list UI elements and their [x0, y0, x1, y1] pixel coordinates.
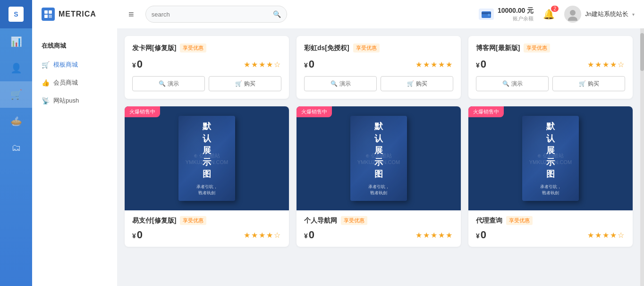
logo-text: METRICA — [59, 10, 96, 18]
stars-3: ★★★★☆ — [587, 60, 625, 69]
product-title-row-1: 发卡网[修复版] 享受优惠 — [132, 43, 281, 52]
price-stars-row-3: ¥0 ★★★★☆ — [476, 58, 625, 70]
logo-area: METRICA — [42, 8, 117, 21]
cart-icon: 🛒 — [42, 61, 50, 69]
sidebar-nav-charts[interactable]: 📊 — [0, 28, 32, 55]
cart-small-icon: 🛒 — [235, 80, 242, 87]
sidebar-item-push[interactable]: 📡 网站push — [32, 92, 117, 110]
balance-amount: 10000.00 元 — [498, 7, 534, 15]
sidebar-nav-pie[interactable]: 🥧 — [0, 108, 32, 134]
buy-button-1[interactable]: 🛒 购买 — [209, 76, 281, 91]
sidebar-item-label-0: 模板商城 — [53, 61, 78, 69]
book-subtitle-6: 承者引吭， 戰者執劍 — [540, 184, 561, 196]
product-info-bottom-6: 代理查询 享受优惠 ¥0 ★★★★☆ — [468, 210, 633, 247]
svg-rect-5 — [482, 12, 491, 14]
content-area: 发卡网[修复版] 享受优惠 ¥0 ★★★★☆ 🔍 演示 — [117, 28, 640, 286]
book-image-6: 默 认 展 示 图 承者引吭， 戰者執劍 — [522, 116, 579, 201]
buy-button-2[interactable]: 🛒 购买 — [381, 76, 453, 91]
product-title-4: 易支付[修复版] — [132, 217, 176, 225]
book-title-6: 默 认 展 示 图 — [546, 121, 555, 180]
menu-toggle-button[interactable]: ≡ — [125, 7, 138, 22]
book-subtitle-4: 承者引吭， 戰者執劍 — [196, 184, 218, 196]
price-stars-row-6: ¥0 ★★★★☆ — [476, 229, 625, 241]
scrollbar-thumb — [640, 33, 644, 71]
discount-tag-6: 享受优惠 — [506, 216, 533, 225]
balance-info: 10000.00 元 账户余额 — [498, 7, 534, 22]
hot-badge-6: 火爆销售中 — [468, 106, 504, 117]
logo-icon: S — [8, 7, 24, 22]
product-image-4: 默 认 展 示 图 承者引吭， 戰者執劍 ⊕ 亿码酷站 YMKUZHAN.COM — [125, 106, 289, 210]
product-card-4: 火爆销售中 默 认 展 示 图 承者引吭， 戰者執劍 ⊕ 亿码酷站 YMKUZH… — [125, 106, 289, 247]
search-input[interactable] — [152, 11, 273, 18]
search-small-icon-2: 🔍 — [330, 80, 338, 87]
product-image-5: 默 认 展 示 图 承者引吭， 戰者執劍 ⊕ 亿码酷站 YMKUZHAN.COM — [297, 106, 461, 210]
price-1: ¥0 — [132, 58, 143, 70]
stars-6: ★★★★☆ — [587, 231, 625, 240]
svg-rect-6 — [488, 14, 490, 16]
hot-badge-4: 火爆销售中 — [125, 106, 160, 117]
product-info-bottom-4: 易支付[修复版] 享受优惠 ¥0 ★★★★☆ — [125, 210, 289, 247]
product-grid-row1: 发卡网[修复版] 享受优惠 ¥0 ★★★★☆ 🔍 演示 — [125, 36, 633, 99]
product-title-row-5: 个人导航网 享受优惠 — [304, 216, 453, 225]
sidebar-item-member-shop[interactable]: 👍 会员商城 — [32, 74, 117, 92]
sidebar-menu: 在线商城 🛒 模板商城 👍 会员商城 📡 网站push — [32, 28, 117, 286]
product-card-5: 火爆销售中 默 认 展 示 图 承者引吭， 戰者執劍 ⊕ 亿码酷站 YMKUZH… — [297, 106, 461, 247]
svg-rect-1 — [49, 10, 52, 14]
product-card-3: 博客网[最新版] 享受优惠 ¥0 ★★★★☆ 🔍 演示 — [468, 36, 633, 99]
balance-label: 账户余额 — [498, 15, 534, 22]
stars-5: ★★★★★ — [415, 231, 453, 240]
discount-tag-1: 享受优惠 — [180, 43, 206, 52]
discount-tag-5: 享受优惠 — [341, 216, 367, 225]
demo-button-3[interactable]: 🔍 演示 — [476, 76, 549, 91]
avatar — [564, 6, 581, 23]
price-3: ¥0 — [476, 58, 486, 70]
stars-2: ★★★★★ — [415, 60, 453, 69]
book-title-4: 默 认 展 示 图 — [203, 121, 211, 180]
top-header: METRICA ≡ 🔍 10000.00 元 账户余额 — [32, 0, 644, 28]
demo-button-2[interactable]: 🔍 演示 — [304, 76, 377, 91]
push-icon: 📡 — [42, 97, 50, 104]
scrollbar[interactable] — [640, 28, 644, 286]
sidebar-logo: S — [0, 0, 32, 28]
book-title-5: 默 认 展 示 图 — [374, 121, 383, 180]
discount-tag-2: 享受优惠 — [353, 43, 380, 52]
notification-area[interactable]: 🔔 2 — [543, 9, 555, 20]
sidebar-item-label-2: 网站push — [53, 96, 79, 105]
product-title-row-3: 博客网[最新版] 享受优惠 — [476, 43, 625, 52]
header-right: 10000.00 元 账户余额 🔔 2 Jn建站系统站长 ▾ — [479, 6, 635, 23]
search-icon: 🔍 — [273, 10, 281, 18]
price-stars-row-1: ¥0 ★★★★☆ — [132, 58, 281, 70]
cart-small-icon-2: 🛒 — [407, 80, 414, 87]
product-card-6: 火爆销售中 默 认 展 示 图 承者引吭， 戰者執劍 ⊕ 亿码酷站 YMKUZH… — [468, 106, 633, 247]
product-info-bottom-5: 个人导航网 享受优惠 ¥0 ★★★★★ — [297, 210, 461, 247]
discount-tag-3: 享受优惠 — [524, 43, 550, 52]
svg-point-8 — [568, 17, 577, 21]
sidebar-item-label-1: 会员商城 — [53, 78, 78, 87]
sidebar-nav-shop[interactable]: 🛒 — [0, 81, 32, 108]
search-box: 🔍 — [145, 6, 287, 23]
book-image-5: 默 认 展 示 图 承者引吭， 戰者執劍 — [350, 116, 407, 201]
demo-button-1[interactable]: 🔍 演示 — [132, 76, 205, 91]
notification-badge: 2 — [551, 6, 559, 12]
sidebar-nav-users[interactable]: 👤 — [0, 55, 32, 81]
sidebar-section-title: 在线商城 — [32, 38, 117, 56]
wallet-icon — [479, 9, 494, 20]
action-buttons-3: 🔍 演示 🛒 购买 — [476, 76, 625, 91]
sidebar-nav-layers[interactable]: 🗂 — [0, 134, 32, 161]
price-2: ¥0 — [304, 58, 314, 70]
buy-button-3[interactable]: 🛒 购买 — [552, 76, 625, 91]
sidebar-item-template-shop[interactable]: 🛒 模板商城 — [32, 56, 117, 74]
product-title-row-2: 彩虹ds[免授权] 享受优惠 — [304, 43, 453, 52]
discount-tag-4: 享受优惠 — [180, 216, 206, 225]
search-small-icon: 🔍 — [159, 80, 166, 87]
product-title-5: 个人导航网 — [304, 217, 337, 225]
product-title-2: 彩虹ds[免授权] — [304, 44, 349, 52]
body-area: 在线商城 🛒 模板商城 👍 会员商城 📡 网站push 发卡网[修复版 — [32, 28, 644, 286]
user-name: Jn建站系统站长 — [585, 10, 628, 18]
price-stars-row-2: ¥0 ★★★★★ — [304, 58, 453, 70]
product-title-row-4: 易支付[修复版] 享受优惠 — [132, 216, 281, 225]
action-buttons-1: 🔍 演示 🛒 购买 — [132, 76, 281, 91]
user-area[interactable]: Jn建站系统站长 ▾ — [564, 6, 635, 23]
svg-point-7 — [570, 10, 576, 16]
price-6: ¥0 — [476, 229, 486, 241]
